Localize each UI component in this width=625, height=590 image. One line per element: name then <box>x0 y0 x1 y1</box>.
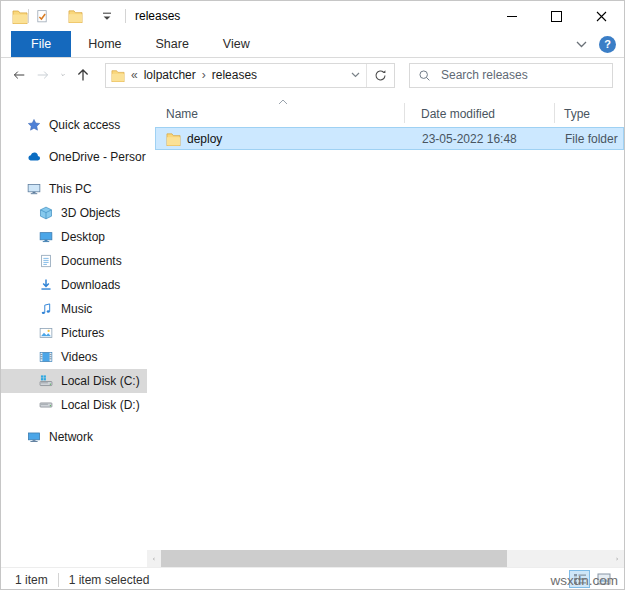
breadcrumb-collapse-prefix[interactable]: « <box>131 68 138 82</box>
tab-view[interactable]: View <box>206 31 267 57</box>
sidebar-item-desktop[interactable]: Desktop <box>1 225 147 249</box>
sidebar-item-videos[interactable]: Videos <box>1 345 147 369</box>
disk-windows-icon <box>39 374 53 388</box>
app-folder-icon <box>12 9 28 24</box>
tab-file[interactable]: File <box>11 31 71 57</box>
thumbnail-view-button[interactable] <box>593 570 614 588</box>
search-box <box>409 63 613 88</box>
sidebar-item-label: Downloads <box>61 278 120 292</box>
separator <box>58 573 59 587</box>
minimize-icon <box>507 16 517 17</box>
maximize-button[interactable] <box>534 1 579 31</box>
properties-check-button[interactable] <box>29 8 55 25</box>
column-divider[interactable] <box>404 103 405 123</box>
sidebar-item-label: OneDrive - Persor <box>49 150 146 164</box>
separator <box>125 9 126 23</box>
address-bar[interactable]: « lolpatcher › releases <box>105 63 395 88</box>
address-history-chevron-icon[interactable] <box>344 72 366 78</box>
file-date-modified: 23-05-2022 16:48 <box>422 132 517 146</box>
tab-home[interactable]: Home <box>71 31 138 57</box>
sidebar-item-label: Local Disk (D:) <box>61 398 140 412</box>
new-folder-button[interactable] <box>62 8 89 24</box>
quick-access-star-icon <box>27 118 41 132</box>
item-count: 1 item <box>15 573 48 587</box>
thumbnail-view-icon <box>597 573 611 585</box>
sidebar-item-label: Documents <box>61 254 122 268</box>
download-arrow-icon <box>39 278 53 292</box>
back-button[interactable] <box>7 62 31 88</box>
document-icon <box>39 254 53 268</box>
computer-icon <box>27 182 41 196</box>
sidebar-item-downloads[interactable]: Downloads <box>1 273 147 297</box>
tab-share[interactable]: Share <box>139 31 206 57</box>
title-bar: releases <box>1 1 624 31</box>
view-toggles <box>569 570 614 588</box>
refresh-button[interactable] <box>366 64 394 87</box>
horizontal-scrollbar[interactable] <box>147 550 624 567</box>
window-controls <box>489 1 624 31</box>
sidebar-item-this-pc[interactable]: This PC <box>1 177 147 201</box>
file-name: deploy <box>187 132 222 146</box>
recent-locations-chevron-icon[interactable] <box>55 62 71 88</box>
sidebar-item-label: Pictures <box>61 326 104 340</box>
network-icon <box>27 430 41 444</box>
onedrive-cloud-icon <box>27 150 41 164</box>
close-icon <box>596 11 607 22</box>
sidebar-item-label: 3D Objects <box>61 206 120 220</box>
column-divider[interactable] <box>554 103 555 123</box>
search-icon <box>418 69 431 82</box>
help-icon[interactable]: ? <box>599 36 616 53</box>
explorer-window: releases File Home Share View ? <box>0 0 625 590</box>
address-folder-icon <box>111 69 125 82</box>
file-type: File folder <box>565 132 618 146</box>
sidebar-item-label: This PC <box>49 182 92 196</box>
status-bar: 1 item 1 item selected <box>1 567 624 590</box>
sidebar-item-pictures[interactable]: Pictures <box>1 321 147 345</box>
sidebar-item-label: Network <box>49 430 93 444</box>
cube-icon <box>39 206 53 220</box>
sidebar-item-label: Desktop <box>61 230 105 244</box>
disk-icon <box>39 398 53 412</box>
sidebar-item-quick-access[interactable]: Quick access <box>1 113 147 137</box>
ribbon-right-controls: ? <box>576 31 624 57</box>
music-note-icon <box>39 302 53 316</box>
file-list-pane: Name Date modified Type deploy 23-05-202… <box>147 93 624 550</box>
selection-count: 1 item selected <box>69 573 150 587</box>
sidebar-item-3d-objects[interactable]: 3D Objects <box>1 201 147 225</box>
file-row-deploy[interactable]: deploy 23-05-2022 16:48 File folder <box>155 127 624 150</box>
column-header-row: Name Date modified Type <box>147 99 624 125</box>
column-header-date-modified[interactable]: Date modified <box>421 107 495 121</box>
sort-ascending-icon <box>278 99 288 105</box>
sidebar-item-documents[interactable]: Documents <box>1 249 147 273</box>
breadcrumb-item-lolpatcher[interactable]: lolpatcher <box>144 68 196 82</box>
collapse-ribbon-chevron-icon[interactable] <box>576 41 587 48</box>
quick-access-toolbar <box>29 8 118 25</box>
sidebar-item-onedrive[interactable]: OneDrive - Persor <box>1 145 147 169</box>
details-view-button[interactable] <box>569 570 590 588</box>
breadcrumb: « lolpatcher › releases <box>131 68 257 82</box>
column-header-type[interactable]: Type <box>564 107 590 121</box>
sidebar-item-label: Music <box>61 302 92 316</box>
close-button[interactable] <box>579 1 624 31</box>
navigation-pane: Quick access OneDrive - Persor This PC 3… <box>1 93 147 550</box>
forward-button[interactable] <box>31 62 55 88</box>
scrollbar-thumb[interactable] <box>161 550 507 567</box>
sidebar-item-music[interactable]: Music <box>1 297 147 321</box>
sidebar-item-network[interactable]: Network <box>1 425 147 449</box>
folder-icon <box>166 132 181 146</box>
column-header-name[interactable]: Name <box>166 107 198 121</box>
scroll-right-arrow-icon[interactable] <box>610 550 624 567</box>
scroll-left-arrow-icon[interactable] <box>147 550 161 567</box>
details-view-icon <box>573 573 587 585</box>
minimize-button[interactable] <box>489 1 534 31</box>
picture-icon <box>39 326 53 340</box>
customize-qat-dropdown-icon[interactable] <box>96 11 118 22</box>
sidebar-item-local-disk-d[interactable]: Local Disk (D:) <box>1 393 147 417</box>
maximize-icon <box>551 11 562 22</box>
sidebar-item-local-disk-c[interactable]: Local Disk (C:) <box>1 369 147 393</box>
breadcrumb-item-releases[interactable]: releases <box>212 68 257 82</box>
sidebar-item-label: Local Disk (C:) <box>61 374 140 388</box>
search-input[interactable] <box>439 67 604 83</box>
ribbon-tab-bar: File Home Share View ? <box>1 31 624 58</box>
up-button[interactable] <box>71 62 95 88</box>
